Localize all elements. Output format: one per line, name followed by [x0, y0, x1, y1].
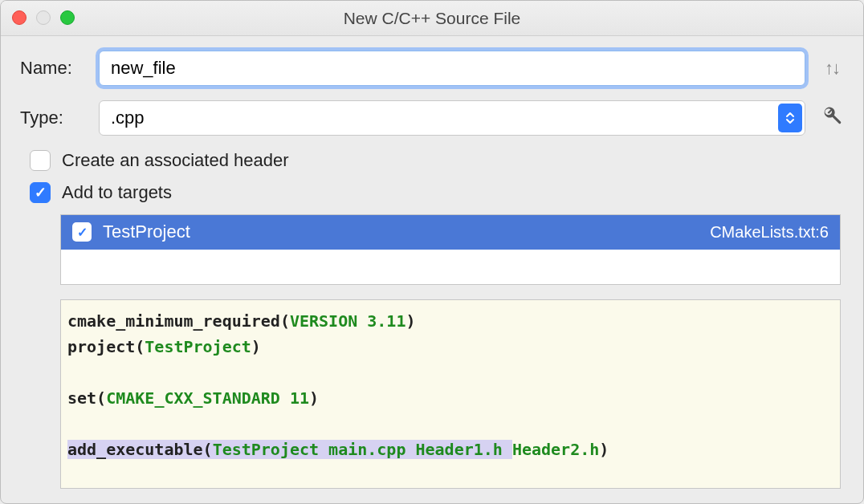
create-header-row[interactable]: Create an associated header	[30, 150, 844, 171]
window-controls	[12, 10, 75, 25]
type-label: Type:	[20, 108, 84, 128]
code-text: )	[599, 440, 609, 459]
form-area: Name: ↑↓ Type: .cpp Create an associated…	[1, 36, 863, 489]
name-input[interactable]	[99, 51, 805, 86]
name-label: Name:	[20, 58, 84, 79]
add-to-targets-label: Add to targets	[62, 182, 172, 203]
code-text: cmake_minimum_required(	[67, 311, 290, 331]
code-text: set(	[67, 388, 106, 408]
code-keyword: TestProject main.cpp Header1.h	[213, 440, 512, 459]
settings-wrench-icon[interactable]	[820, 105, 844, 131]
window-title: New C/C++ Source File	[1, 9, 863, 28]
code-text: add_executable(	[67, 440, 213, 459]
code-keyword: VERSION 3.11	[290, 311, 406, 331]
code-text: )	[406, 311, 415, 331]
add-to-targets-checkbox[interactable]: ✓	[30, 182, 51, 203]
close-window-button[interactable]	[12, 10, 26, 25]
code-text: )	[251, 337, 261, 356]
add-to-targets-row[interactable]: ✓ Add to targets	[30, 182, 844, 203]
target-checkbox[interactable]: ✓	[72, 222, 92, 242]
create-header-label: Create an associated header	[62, 150, 289, 171]
cmake-preview: cmake_minimum_required(VERSION 3.11) pro…	[60, 299, 841, 489]
zoom-window-button[interactable]	[60, 10, 75, 25]
type-select[interactable]: .cpp	[99, 100, 805, 136]
code-text: )	[309, 388, 319, 408]
code-keyword: Header2.h	[512, 440, 599, 459]
code-keyword: TestProject	[145, 337, 251, 356]
titlebar: New C/C++ Source File	[1, 1, 863, 36]
target-location: CMakeLists.txt:6	[710, 223, 829, 242]
type-row: Type: .cpp	[20, 100, 844, 136]
type-value: .cpp	[111, 108, 145, 128]
select-arrows-icon	[778, 104, 802, 132]
code-keyword: CMAKE_CXX_STANDARD 11	[106, 388, 309, 408]
create-header-checkbox[interactable]	[30, 150, 51, 171]
target-item[interactable]: ✓ TestProject CMakeLists.txt:6	[61, 215, 840, 249]
target-empty-row	[61, 249, 840, 284]
name-row: Name: ↑↓	[20, 51, 844, 86]
sort-arrows-icon[interactable]: ↑↓	[820, 58, 844, 79]
target-name: TestProject	[103, 222, 699, 242]
minimize-window-button[interactable]	[36, 10, 51, 25]
code-text: project(	[67, 337, 145, 356]
targets-list: ✓ TestProject CMakeLists.txt:6	[60, 214, 841, 285]
